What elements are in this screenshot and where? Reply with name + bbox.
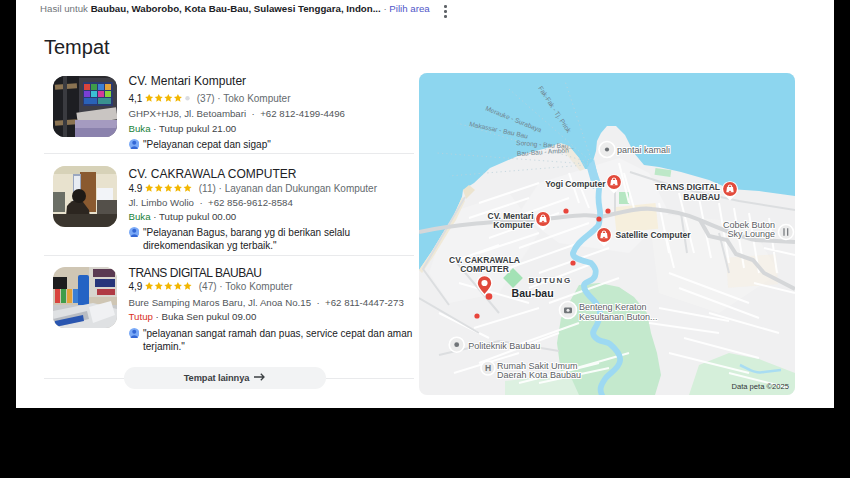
svg-text:TRANS DIGITAL: TRANS DIGITAL: [655, 182, 720, 192]
svg-text:COMPUTER: COMPUTER: [460, 264, 509, 274]
svg-text:Data peta ©2025: Data peta ©2025: [731, 382, 789, 391]
svg-text:Satellite Computer: Satellite Computer: [616, 230, 692, 240]
svg-text:Yogi Computer: Yogi Computer: [545, 179, 606, 189]
svg-text:pantai kamali: pantai kamali: [617, 145, 670, 155]
svg-text:Kesultanan Buton...: Kesultanan Buton...: [579, 312, 658, 322]
svg-text:BAUBAU: BAUBAU: [683, 192, 720, 202]
svg-text:Politeknik Baubau: Politeknik Baubau: [468, 341, 540, 351]
svg-text:Komputer: Komputer: [493, 220, 534, 230]
svg-text:H: H: [485, 363, 491, 373]
svg-text:Sky Lounge: Sky Lounge: [727, 229, 775, 239]
svg-text:Bau-bau: Bau-bau: [512, 287, 554, 299]
svg-text:BUTUNG: BUTUNG: [528, 276, 571, 285]
svg-text:Daerah Kota Baubau: Daerah Kota Baubau: [497, 370, 581, 380]
svg-text:Benteng Keraton: Benteng Keraton: [579, 302, 647, 312]
